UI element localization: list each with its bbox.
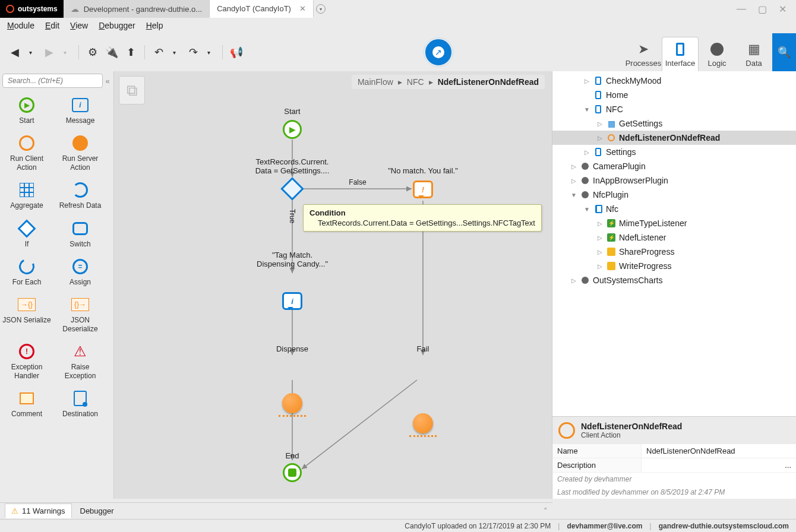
tree-icon: ⚡ <box>606 233 617 242</box>
element-tree: ▷CheckMyMoodHome▼NFC▷▦GetSettings▷NdefLi… <box>552 71 796 416</box>
tree-item-outsystemscharts[interactable]: ▷OutSystemsCharts <box>552 273 796 287</box>
tree-icon <box>580 163 590 170</box>
tool-start[interactable]: ▶Start <box>0 93 53 131</box>
settings-button[interactable]: ⚙ <box>85 45 100 60</box>
tree-item-cameraplugin[interactable]: ▷CameraPlugin <box>552 159 796 173</box>
menu-module[interactable]: Module <box>7 21 34 30</box>
tree-item-writeprogress[interactable]: ▷WriteProgress <box>552 259 796 273</box>
tree-item-nfcplugin[interactable]: ▼NfcPlugin <box>552 188 796 202</box>
tree-item-inappbrowserplugin[interactable]: ▷InAppBrowserPlugin <box>552 173 796 188</box>
tool-aggregate[interactable]: Aggregate <box>0 178 53 216</box>
expand-icon[interactable]: ▷ <box>570 178 577 184</box>
tool-refresh-data[interactable]: Refresh Data <box>53 178 107 216</box>
toolbox-search-input[interactable] <box>2 74 103 88</box>
tree-label: GetSettings <box>619 119 662 128</box>
tree-icon <box>593 91 604 99</box>
tree-item-nfc[interactable]: ▼NFC <box>552 102 796 116</box>
tool-if[interactable]: If <box>0 216 53 254</box>
expand-icon[interactable]: ▷ <box>596 121 604 127</box>
scroll-up-icon[interactable]: ˄ <box>544 506 548 515</box>
tabs-dropdown[interactable]: ▾ <box>314 0 328 18</box>
node-dispense[interactable] <box>282 393 302 413</box>
tab-debugger[interactable]: Debugger <box>74 504 120 518</box>
prop-row-description[interactable]: Description ... <box>552 458 796 473</box>
menu-edit[interactable]: Edit <box>45 21 59 30</box>
expand-icon[interactable]: ▷ <box>583 78 590 84</box>
tree-item-mimetypelistener[interactable]: ▷⚡MimeTypeListener <box>552 216 796 230</box>
tree-item-checkmymood[interactable]: ▷CheckMyMood <box>552 74 796 88</box>
tool-switch[interactable]: Switch <box>53 216 107 254</box>
undo-button[interactable]: ↶ <box>151 45 166 60</box>
node-ok-message[interactable]: i <box>282 292 302 310</box>
expand-icon[interactable]: ▷ <box>596 263 604 270</box>
tree-item-settings[interactable]: ▷Settings <box>552 145 796 159</box>
expand-icon[interactable]: ▷ <box>583 149 590 156</box>
node-if[interactable] <box>284 180 301 197</box>
if-label: TextRecords.Current.Data = GetSettings..… <box>245 157 340 175</box>
tree-item-shareprogress[interactable]: ▷ShareProgress <box>552 245 796 259</box>
node-end[interactable] <box>283 463 302 482</box>
minimize-icon[interactable]: — <box>737 4 746 14</box>
expand-icon[interactable]: ▷ <box>596 249 604 255</box>
tree-item-ndeflisteneronndefread[interactable]: ▷NdefListenerOnNdefRead <box>552 131 796 145</box>
tab-warnings[interactable]: ⚠ 11 Warnings <box>5 504 72 518</box>
tool-for-each[interactable]: For Each <box>0 254 53 292</box>
tree-item-nfc[interactable]: ▼Nfc <box>552 202 796 216</box>
nav-forward-button[interactable]: ▶ <box>42 45 57 60</box>
tool-assign[interactable]: =Assign <box>53 254 107 292</box>
expand-icon[interactable]: ▼ <box>583 106 590 113</box>
tool-exception-handler[interactable]: !Exception Handler <box>0 339 53 386</box>
tab-data[interactable]: ▦ Data <box>735 37 772 71</box>
nav-back-button[interactable]: ◀ <box>7 45 23 60</box>
announce-button[interactable]: 📢 <box>229 45 244 60</box>
tool-message[interactable]: iMessage <box>53 93 107 131</box>
expand-icon[interactable]: ▷ <box>570 163 577 170</box>
close-window-icon[interactable]: ✕ <box>779 4 786 15</box>
upload-button[interactable]: ⬆ <box>123 45 138 60</box>
nav-back-dropdown[interactable]: ▾ <box>23 45 38 60</box>
expand-icon[interactable]: ▼ <box>583 206 590 213</box>
undo-dropdown[interactable]: ▾ <box>166 45 182 60</box>
maximize-icon[interactable]: ▢ <box>758 4 767 15</box>
tool-comment[interactable]: Comment <box>0 386 53 424</box>
menu-view[interactable]: View <box>70 21 88 30</box>
tool-raise-exception[interactable]: ⚠Raise Exception <box>53 339 107 386</box>
prop-row-name[interactable]: Name NdefListenerOnNdefRead <box>552 444 796 458</box>
nav-forward-dropdown[interactable]: ▾ <box>57 45 72 60</box>
tool-run-client-action[interactable]: Run Client Action <box>0 131 53 178</box>
expand-icon[interactable]: ▷ <box>596 135 604 141</box>
expand-icon[interactable]: ▼ <box>570 192 577 198</box>
tab-candyiot[interactable]: CandyIoT (CandyIoT) ✕ <box>210 0 314 18</box>
node-fail-message[interactable]: ! <box>413 180 433 198</box>
plugin-button[interactable]: 🔌 <box>104 45 119 60</box>
tree-item-getsettings[interactable]: ▷▦GetSettings <box>552 116 796 131</box>
tab-interface[interactable]: Interface <box>662 37 699 71</box>
redo-dropdown[interactable]: ▾ <box>201 45 216 60</box>
expand-icon[interactable]: ▷ <box>570 277 577 284</box>
menu-debugger[interactable]: Debugger <box>99 21 135 30</box>
tool-destination[interactable]: Destination <box>53 386 107 424</box>
tab-development[interactable]: ☁ Development - gandrew-duthie.o... <box>64 0 210 18</box>
flow-canvas[interactable]: ⧉ MainFlow ▸ NFC ▸ NdefListenerOnNdefRea… <box>114 71 552 499</box>
global-search-button[interactable]: 🔍 <box>772 33 796 71</box>
menu-help[interactable]: Help <box>146 21 163 30</box>
condition-tooltip: Condition TextRecords.Current.Data = Get… <box>303 204 542 232</box>
status-host: gandrew-duthie.outsystemscloud.com <box>659 522 789 530</box>
tool-run-server-action[interactable]: Run Server Action <box>53 131 107 178</box>
tool-json-serialize[interactable]: →{}JSON Serialize <box>0 292 53 339</box>
tree-label: ShareProgress <box>619 247 674 256</box>
tab-processes[interactable]: ➤ Processes <box>625 37 662 71</box>
redo-button[interactable]: ↷ <box>185 45 201 60</box>
expand-icon[interactable]: ▷ <box>596 220 604 227</box>
publish-button[interactable]: ↗ <box>425 39 451 65</box>
node-fail[interactable] <box>413 413 433 433</box>
close-icon[interactable]: ✕ <box>299 4 306 13</box>
collapse-toolbox-button[interactable]: « <box>104 77 111 86</box>
tab-logic[interactable]: Logic <box>699 37 735 71</box>
expand-icon[interactable]: ▷ <box>596 235 604 241</box>
tree-item-ndeflistener[interactable]: ▷⚡NdefListener <box>552 230 796 245</box>
tree-item-home[interactable]: Home <box>552 88 796 102</box>
node-start[interactable]: ▶ <box>283 120 302 139</box>
tool-json-deserialize[interactable]: {}→JSON Deserialize <box>53 292 107 339</box>
brand-tab: outsystems <box>0 0 64 18</box>
